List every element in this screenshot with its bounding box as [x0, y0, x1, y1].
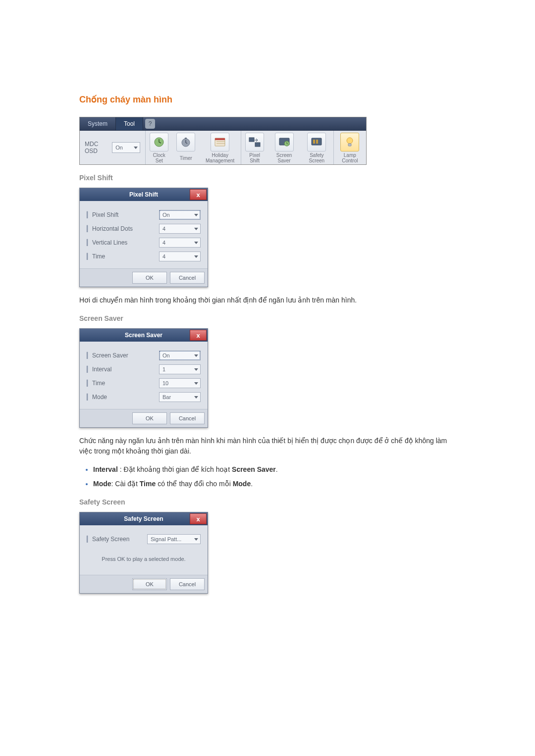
mdc-osd-group: MDC OSD On: [80, 131, 146, 164]
pixel-shift-subhead: Pixel Shift: [79, 174, 456, 182]
help-icon[interactable]: ?: [145, 119, 155, 129]
chevron-down-icon: [134, 147, 138, 149]
chevron-down-icon: [194, 255, 198, 258]
pixel-shift-icon: [249, 137, 261, 147]
label-pixel-shift: Pixel Shift: [87, 211, 118, 218]
mdc-osd-label: MDC OSD: [85, 141, 108, 154]
safety-screen-note: Press OK to play a selected mode.: [87, 548, 201, 572]
cancel-button[interactable]: Cancel: [170, 412, 205, 424]
chevron-down-icon: [194, 368, 198, 371]
clock-set-button[interactable]: Clock Set: [146, 131, 172, 164]
timer-button[interactable]: Timer: [172, 131, 199, 164]
chevron-down-icon: [194, 228, 198, 230]
svg-rect-13: [316, 140, 318, 144]
screen-saver-subhead: Screen Saver: [79, 314, 456, 322]
select-screen-saver[interactable]: On: [159, 351, 201, 360]
screen-saver-button[interactable]: Screen Saver: [268, 131, 300, 164]
select-pixel-shift[interactable]: On: [159, 210, 201, 220]
select-mode[interactable]: Bar: [159, 392, 201, 402]
group-lamp: Lamp Control: [334, 131, 366, 164]
close-button[interactable]: x: [190, 189, 207, 200]
screen-saver-dialog: Screen Saver x Screen Saver On Interval …: [79, 328, 208, 428]
screen-saver-bullets: Interval : Đặt khoảng thời gian để kích …: [79, 464, 456, 489]
safety-screen-subhead: Safety Screen: [79, 498, 456, 506]
ok-button[interactable]: OK: [132, 412, 167, 424]
chevron-down-icon: [194, 354, 198, 357]
label-time: Time: [87, 380, 105, 387]
select-safety-screen[interactable]: Signal Patt...: [147, 534, 201, 544]
svg-rect-7: [249, 138, 254, 142]
clock-icon: [154, 137, 164, 148]
safety-screen-dialog: Safety Screen x Safety Screen Signal Pat…: [79, 512, 208, 594]
lamp-icon: [345, 137, 355, 148]
chevron-down-icon: [194, 214, 198, 216]
cancel-button[interactable]: Cancel: [170, 272, 205, 284]
select-horizontal-dots[interactable]: 4: [159, 224, 201, 234]
safety-screen-button[interactable]: Safety Screen: [300, 131, 333, 164]
svg-point-14: [347, 138, 353, 144]
label-horizontal-dots: Horizontal Dots: [87, 225, 133, 232]
lamp-control-button[interactable]: Lamp Control: [334, 131, 366, 164]
label-interval: Interval: [87, 366, 111, 373]
svg-rect-8: [255, 143, 260, 147]
select-vertical-lines[interactable]: 4: [159, 238, 201, 248]
calendar-icon: [214, 137, 226, 148]
list-item: Mode: Cài đặt Time có thể thay đổi cho m…: [93, 479, 456, 489]
safety-screen-icon: [311, 137, 322, 147]
ok-button[interactable]: OK: [132, 578, 167, 590]
select-time[interactable]: 4: [159, 252, 201, 261]
close-button[interactable]: x: [190, 513, 207, 524]
label-screen-saver: Screen Saver: [87, 352, 128, 359]
svg-rect-4: [215, 138, 225, 140]
dialog-title: Screen Saver: [125, 332, 162, 339]
chevron-down-icon: [194, 396, 198, 399]
screen-saver-icon: [278, 137, 290, 147]
ok-button[interactable]: OK: [132, 272, 167, 284]
section-heading: Chống cháy màn hình: [79, 94, 456, 105]
label-safety-screen: Safety Screen: [87, 536, 129, 543]
select-interval[interactable]: 1: [159, 364, 201, 374]
pixel-shift-dialog: Pixel Shift x Pixel Shift On Horizontal …: [79, 188, 208, 287]
chevron-down-icon: [194, 538, 198, 541]
svg-rect-12: [313, 140, 315, 144]
dialog-title: Safety Screen: [124, 515, 163, 522]
cancel-button[interactable]: Cancel: [170, 578, 205, 590]
label-mode: Mode: [87, 394, 107, 401]
svg-rect-15: [348, 144, 351, 146]
mdc-osd-select[interactable]: On: [112, 142, 140, 153]
select-time[interactable]: 10: [159, 378, 201, 388]
label-vertical-lines: Vertical Lines: [87, 239, 127, 246]
pixel-shift-desc: Hơi di chuyển màn hình trong khoảng thời…: [79, 295, 456, 305]
group-time: Clock Set Timer Holiday Management: [146, 131, 241, 164]
label-time: Time: [87, 253, 105, 260]
screen-saver-desc: Chức năng này ngăn lưu ảnh trên màn hình…: [79, 436, 456, 456]
mdc-osd-value: On: [115, 145, 123, 151]
dialog-title: Pixel Shift: [129, 191, 158, 198]
timer-icon: [180, 137, 191, 148]
svg-rect-2: [185, 138, 187, 139]
tab-system[interactable]: System: [80, 117, 116, 130]
list-item: Interval : Đặt khoảng thời gian để kích …: [93, 464, 456, 475]
group-screen-protect: Pixel Shift Screen Saver Safety Screen: [241, 131, 334, 164]
holiday-management-button[interactable]: Holiday Management: [199, 131, 241, 164]
close-button[interactable]: x: [190, 330, 207, 341]
pixel-shift-button[interactable]: Pixel Shift: [241, 131, 268, 164]
ribbon-toolbar: System Tool ? MDC OSD On Clock Set Timer: [79, 117, 367, 165]
tab-tool[interactable]: Tool: [116, 117, 143, 130]
chevron-down-icon: [194, 242, 198, 244]
chevron-down-icon: [194, 382, 198, 385]
